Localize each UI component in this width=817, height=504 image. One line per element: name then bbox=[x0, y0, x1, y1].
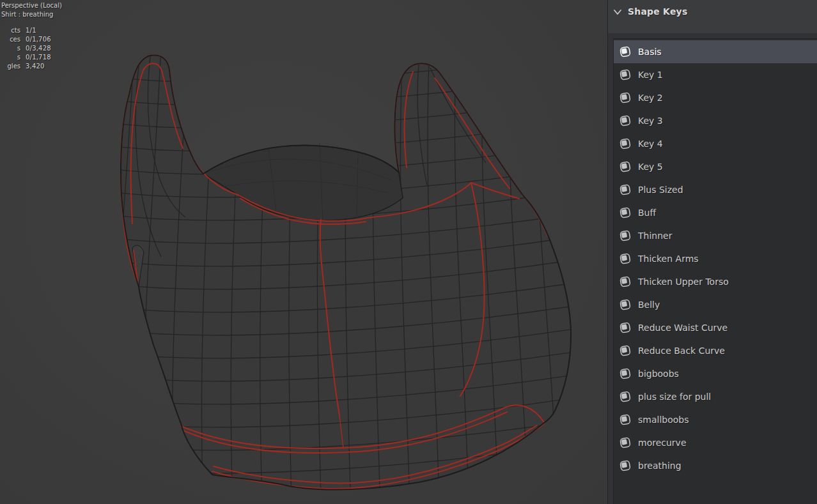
view-name-text: Perspective (Local) bbox=[1, 1, 62, 10]
shapekey-icon bbox=[619, 344, 632, 357]
3d-viewport[interactable]: Perspective (Local) Shirt : breathing ct… bbox=[0, 0, 607, 504]
shape-key-row[interactable]: Plus Sized bbox=[614, 178, 817, 201]
shape-key-row[interactable]: plus size for pull bbox=[614, 385, 817, 408]
shape-key-row[interactable]: Thicken Arms bbox=[614, 247, 817, 270]
shapekey-icon bbox=[619, 413, 632, 426]
shape-key-name: Belly bbox=[638, 300, 660, 310]
shapekey-icon bbox=[619, 206, 632, 219]
shape-key-row[interactable]: bigboobs bbox=[614, 362, 817, 385]
shapekey-icon bbox=[619, 321, 632, 334]
shapekey-icon bbox=[619, 459, 632, 472]
shape-key-name: Thicken Arms bbox=[638, 254, 699, 264]
panel-title: Shape Keys bbox=[628, 6, 687, 17]
shape-key-row[interactable]: Key 1 bbox=[614, 63, 817, 86]
shape-key-row[interactable]: Buff bbox=[614, 201, 817, 224]
shape-key-row[interactable]: Basis bbox=[614, 40, 817, 63]
viewport-mesh bbox=[0, 0, 607, 504]
stat-row: ces0/1,706 bbox=[1, 35, 62, 44]
stat-value: 3,420 bbox=[26, 62, 45, 71]
shape-key-name: breathing bbox=[638, 461, 681, 471]
stat-label: s bbox=[1, 44, 20, 53]
shape-key-row[interactable]: Reduce Waist Curve bbox=[614, 316, 817, 339]
shape-key-row[interactable]: Reduce Back Curve bbox=[614, 339, 817, 362]
shape-key-row[interactable]: smallboobs bbox=[614, 408, 817, 431]
shape-key-row[interactable]: Key 5 bbox=[614, 155, 817, 178]
shape-key-name: Key 5 bbox=[638, 162, 663, 172]
shapekey-icon bbox=[619, 91, 632, 104]
shapekey-icon bbox=[619, 436, 632, 449]
stat-label: ces bbox=[1, 35, 20, 44]
shape-key-row[interactable]: Belly bbox=[614, 293, 817, 316]
shape-keys-panel: Shape Keys BasisKey 1Key 2Key 3Key 4Key … bbox=[607, 0, 817, 504]
shape-key-name: Key 1 bbox=[638, 70, 663, 80]
shape-key-name: morecurve bbox=[638, 438, 687, 448]
viewport-overlay: Perspective (Local) Shirt : breathing ct… bbox=[1, 1, 62, 71]
shape-key-name: Key 2 bbox=[638, 93, 663, 103]
shape-key-row[interactable]: morecurve bbox=[614, 431, 817, 454]
shapekey-icon bbox=[619, 298, 632, 311]
shapekey-icon bbox=[619, 160, 632, 173]
shape-key-row[interactable]: Thinner bbox=[614, 224, 817, 247]
stat-value: 0/3,428 bbox=[26, 44, 51, 53]
stat-value: 0/1,718 bbox=[26, 53, 51, 62]
shape-key-name: Thinner bbox=[638, 231, 672, 241]
shape-key-name: Key 3 bbox=[638, 116, 663, 126]
stat-label: s bbox=[1, 53, 20, 62]
active-object-text: Shirt : breathing bbox=[1, 10, 62, 19]
stat-value: 1/1 bbox=[26, 26, 36, 35]
shapekey-icon bbox=[619, 367, 632, 380]
shapekey-icon bbox=[619, 183, 632, 196]
shape-key-name: Key 4 bbox=[638, 139, 663, 149]
shape-key-row[interactable]: Key 3 bbox=[614, 109, 817, 132]
shape-key-name: plus size for pull bbox=[638, 392, 711, 402]
shapekey-icon bbox=[619, 275, 632, 288]
stat-row: cts1/1 bbox=[1, 26, 62, 35]
shape-key-list[interactable]: BasisKey 1Key 2Key 3Key 4Key 5Plus Sized… bbox=[613, 38, 817, 504]
shapekey-icon bbox=[619, 137, 632, 150]
shape-key-name: Reduce Back Curve bbox=[638, 346, 725, 356]
stat-label: cts bbox=[1, 26, 20, 35]
shape-key-row[interactable]: Thicken Upper Torso bbox=[614, 270, 817, 293]
shape-key-row[interactable]: breathing bbox=[614, 454, 817, 477]
shape-key-name: Thicken Upper Torso bbox=[638, 277, 729, 287]
shape-key-name: smallboobs bbox=[638, 415, 689, 425]
stat-row: s0/1,718 bbox=[1, 53, 62, 62]
stat-row: gles3,420 bbox=[1, 62, 62, 71]
shape-key-name: Plus Sized bbox=[638, 185, 683, 195]
scene-statistics: cts1/1ces0/1,706s0/3,428s0/1,718gles3,42… bbox=[1, 26, 62, 71]
shape-key-row[interactable]: Key 4 bbox=[614, 132, 817, 155]
chevron-down-icon bbox=[612, 6, 623, 18]
shape-key-row[interactable]: Key 2 bbox=[614, 86, 817, 109]
stat-value: 0/1,706 bbox=[26, 35, 51, 44]
shape-key-name: Buff bbox=[638, 208, 656, 218]
shape-key-name: bigboobs bbox=[638, 369, 679, 379]
shape-key-name: Basis bbox=[638, 47, 662, 57]
shape-key-name: Reduce Waist Curve bbox=[638, 323, 728, 333]
shapekey-icon bbox=[619, 45, 632, 58]
shapekey-icon bbox=[619, 114, 632, 127]
shapekey-icon bbox=[619, 252, 632, 265]
shapekey-icon bbox=[619, 390, 632, 403]
stat-row: s0/3,428 bbox=[1, 44, 62, 53]
panel-header[interactable]: Shape Keys bbox=[608, 0, 817, 33]
shapekey-icon bbox=[619, 229, 632, 242]
stat-label: gles bbox=[1, 62, 20, 71]
shapekey-icon bbox=[619, 68, 632, 81]
